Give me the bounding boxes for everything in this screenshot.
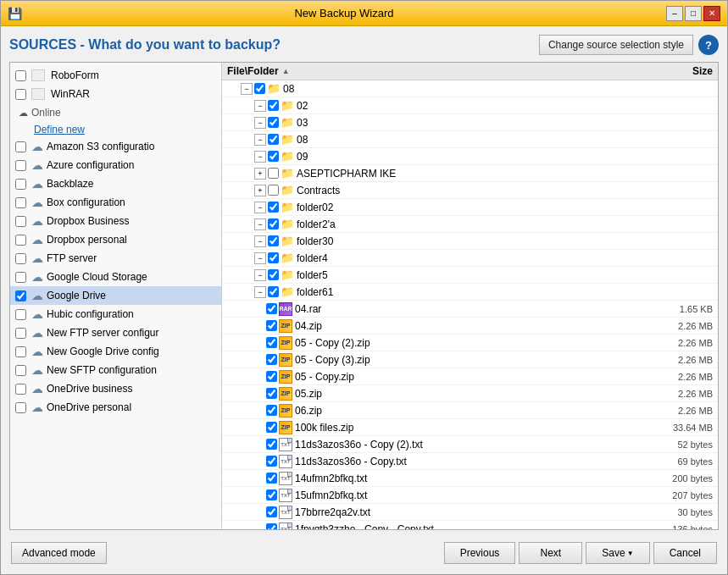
help-button[interactable]: ? — [698, 35, 719, 55]
row-checkbox[interactable] — [268, 235, 279, 246]
checkbox-new-google[interactable] — [15, 346, 26, 357]
expand-button[interactable]: − — [254, 134, 266, 146]
row-checkbox[interactable] — [268, 151, 279, 162]
expand-button[interactable]: − — [254, 286, 266, 298]
table-row[interactable]: − 📁 folder61 — [222, 284, 718, 301]
row-checkbox[interactable] — [268, 252, 279, 263]
row-checkbox[interactable] — [268, 134, 279, 145]
table-row[interactable]: − 📁 folder02 — [222, 199, 718, 216]
define-new-link[interactable]: Define new — [10, 122, 221, 137]
sidebar-item-dropbox-business[interactable]: ☁ Dropbox Business — [10, 212, 221, 230]
expand-button[interactable]: + — [254, 168, 266, 180]
row-checkbox[interactable] — [254, 83, 265, 94]
row-checkbox[interactable] — [268, 269, 279, 280]
row-checkbox[interactable] — [268, 117, 279, 128]
row-checkbox[interactable] — [268, 168, 279, 179]
table-row[interactable]: − 📁 08 — [222, 80, 718, 97]
checkbox-new-sftp[interactable] — [15, 365, 26, 376]
checkbox-roboform[interactable] — [15, 70, 26, 81]
table-row[interactable]: − 📁 folder4 — [222, 250, 718, 267]
table-row[interactable]: TXT 14ufmn2bfkq.txt 200 bytes — [222, 470, 718, 487]
expand-button[interactable]: − — [241, 83, 253, 95]
checkbox-box[interactable] — [15, 197, 26, 208]
expand-button[interactable]: − — [254, 218, 266, 230]
advanced-mode-button[interactable]: Advanced mode — [11, 542, 107, 564]
table-row[interactable]: − 📁 folder5 — [222, 267, 718, 284]
sidebar-item-backblaze[interactable]: ☁ Backblaze — [10, 174, 221, 193]
row-checkbox[interactable] — [266, 371, 277, 382]
checkbox-backblaze[interactable] — [15, 179, 26, 190]
sidebar-item-azure[interactable]: ☁ Azure configuration — [10, 156, 221, 174]
table-row[interactable]: ZIP 05 - Copy.zip 2.26 MB — [222, 368, 718, 385]
checkbox-ftp[interactable] — [15, 253, 26, 264]
next-button[interactable]: Next — [519, 542, 582, 564]
row-checkbox[interactable] — [266, 489, 277, 500]
table-row[interactable]: + 📁 Contracts — [222, 182, 718, 199]
sidebar-item-new-sftp[interactable]: ☁ New SFTP configuration — [10, 361, 221, 379]
table-row[interactable]: ZIP 06.zip 2.26 MB — [222, 402, 718, 419]
table-row[interactable]: ZIP 05.zip 2.26 MB — [222, 385, 718, 402]
row-checkbox[interactable] — [266, 337, 277, 348]
sidebar-item-new-ftp[interactable]: ☁ New FTP server configur — [10, 323, 221, 342]
sidebar-item-new-google[interactable]: ☁ New Google Drive config — [10, 342, 221, 361]
table-row[interactable]: TXT 1fpyqtb3zzho - Copy - Copy.txt 136 b… — [222, 521, 718, 529]
expand-button[interactable]: − — [254, 252, 266, 264]
column-size-header[interactable]: Size — [645, 65, 713, 77]
expand-button[interactable]: − — [254, 269, 266, 281]
save-button[interactable]: Save ▼ — [586, 542, 649, 564]
sidebar-item-onedrive-personal[interactable]: ☁ OneDrive personal — [10, 398, 221, 417]
expand-button[interactable]: − — [254, 151, 266, 163]
change-source-button[interactable]: Change source selection style — [539, 35, 693, 55]
expand-button[interactable]: − — [254, 235, 266, 247]
expand-button[interactable]: − — [254, 117, 266, 129]
sidebar-item-onedrive-business[interactable]: ☁ OneDrive business — [10, 379, 221, 398]
expand-button[interactable]: − — [254, 202, 266, 213]
row-checkbox[interactable] — [268, 218, 279, 229]
table-row[interactable]: − 📁 08 — [222, 131, 718, 148]
minimize-button[interactable]: – — [666, 6, 683, 21]
table-row[interactable]: ZIP 100k files.zip 33.64 MB — [222, 419, 718, 436]
table-row[interactable]: − 📁 folder2'a — [222, 216, 718, 233]
sidebar-item-hubic[interactable]: ☁ Hubic configuration — [10, 305, 221, 323]
table-row[interactable]: TXT 15ufmn2bfkq.txt 207 bytes — [222, 487, 718, 504]
checkbox-amazon[interactable] — [15, 141, 26, 152]
table-row[interactable]: TXT 11ds3azos36o - Copy.txt 69 bytes — [222, 453, 718, 470]
row-checkbox[interactable] — [266, 303, 277, 314]
checkbox-winrar[interactable] — [15, 89, 26, 100]
checkbox-azure[interactable] — [15, 160, 26, 171]
checkbox-onedrive-business[interactable] — [15, 384, 26, 395]
row-checkbox[interactable] — [266, 473, 277, 484]
previous-button[interactable]: Previous — [444, 542, 516, 564]
sidebar-item-amazon[interactable]: ☁ Amazon S3 configuratio — [10, 137, 221, 156]
row-checkbox[interactable] — [266, 439, 277, 450]
expand-button[interactable]: − — [254, 100, 266, 112]
table-row[interactable]: TXT 17bbrre2qa2v.txt 30 bytes — [222, 504, 718, 521]
checkbox-google-cloud[interactable] — [15, 272, 26, 283]
table-row[interactable]: ZIP 05 - Copy (2).zip 2.26 MB — [222, 334, 718, 351]
table-row[interactable]: − 📁 09 — [222, 148, 718, 165]
row-checkbox[interactable] — [266, 354, 277, 365]
sidebar-item-roboform[interactable]: RoboForm — [10, 66, 221, 85]
table-row[interactable]: − 📁 02 — [222, 97, 718, 114]
row-checkbox[interactable] — [268, 100, 279, 111]
table-row[interactable]: ZIP 05 - Copy (3).zip 2.26 MB — [222, 351, 718, 368]
checkbox-new-ftp[interactable] — [15, 328, 26, 339]
checkbox-hubic[interactable] — [15, 309, 26, 320]
sidebar-item-winrar[interactable]: WinRAR — [10, 85, 221, 103]
sidebar-item-google-cloud[interactable]: ☁ Google Cloud Storage — [10, 268, 221, 286]
row-checkbox[interactable] — [266, 506, 277, 517]
row-checkbox[interactable] — [268, 185, 279, 196]
row-checkbox[interactable] — [268, 202, 279, 213]
row-checkbox[interactable] — [266, 523, 277, 529]
table-row[interactable]: − 📁 03 — [222, 114, 718, 131]
sidebar-item-google-drive[interactable]: ☁ Google Drive — [10, 286, 221, 305]
checkbox-dropbox-personal[interactable] — [15, 235, 26, 246]
sidebar-item-ftp[interactable]: ☁ FTP server — [10, 249, 221, 268]
table-row[interactable]: TXT 11ds3azos36o - Copy (2).txt 52 bytes — [222, 436, 718, 453]
close-button[interactable]: ✕ — [703, 6, 720, 21]
expand-button[interactable]: + — [254, 185, 266, 196]
table-row[interactable]: − 📁 folder30 — [222, 233, 718, 250]
sidebar-item-define-new[interactable]: Define new — [10, 122, 221, 137]
maximize-button[interactable]: □ — [685, 6, 702, 21]
sidebar-item-dropbox-personal[interactable]: ☁ Dropbox personal — [10, 230, 221, 249]
